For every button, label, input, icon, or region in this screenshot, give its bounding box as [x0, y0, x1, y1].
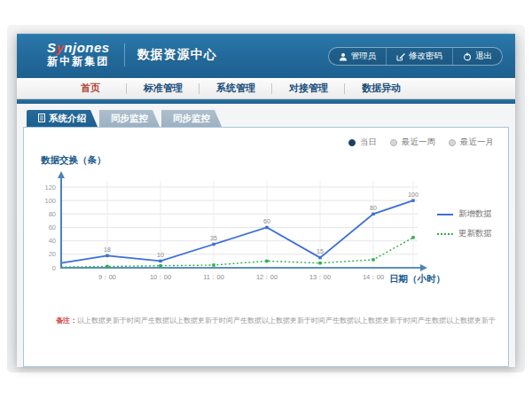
legend-line-solid-icon — [437, 214, 453, 215]
header-divider — [124, 43, 125, 66]
data-point-label: 35 — [210, 235, 217, 241]
page-title: 数据资源中心 — [137, 47, 217, 63]
logo-subtitle: 新中新集团 — [47, 55, 109, 68]
data-point-label: 15 — [317, 248, 324, 254]
data-point[interactable] — [372, 258, 374, 261]
nav-item-data-change[interactable]: 数据异动 — [345, 82, 418, 95]
legend-label: 新增数据 — [458, 208, 492, 220]
edit-icon — [396, 52, 405, 61]
tab-label: 系统介绍 — [49, 113, 86, 125]
x-tick-label: 12：00 — [256, 273, 278, 281]
data-point[interactable] — [411, 199, 414, 201]
logo-part: njones — [64, 40, 109, 55]
tab-system-intro[interactable]: 系统介绍 — [27, 110, 98, 127]
x-axis-arrow-icon — [420, 264, 427, 271]
nav-item-standard-mgmt[interactable]: 标准管理 — [127, 82, 200, 95]
footer-note-text: 以上数据更新于时间产生数据以上数据更新于时间产生数据以上数据更新于时间产生数据以… — [77, 317, 496, 325]
series-line-0 — [61, 200, 413, 263]
footer-note: 备注：以上数据更新于时间产生数据以上数据更新于时间产生数据以上数据更新于时间产生… — [56, 316, 504, 325]
data-point[interactable] — [265, 226, 268, 229]
user-actions-group: 管理员 修改密码 退出 — [328, 47, 504, 66]
logo-text: Synjones 新中新集团 — [47, 41, 110, 68]
y-tick-label: 60 — [49, 223, 56, 231]
data-point[interactable] — [411, 236, 414, 239]
admin-user-button[interactable]: 管理员 — [329, 48, 387, 65]
legend-label: 更新数据 — [458, 228, 492, 239]
app-header: Synjones 新中新集团 数据资源中心 管理员 修改密码 — [17, 34, 515, 78]
change-password-button[interactable]: 修改密码 — [386, 48, 452, 65]
nav-item-system-mgmt[interactable]: 系统管理 — [200, 82, 272, 95]
logo-part: S — [47, 40, 57, 55]
data-point[interactable] — [372, 213, 374, 215]
x-tick-label: 13：00 — [309, 273, 331, 281]
document-icon — [38, 113, 45, 124]
x-tick-label: 11：00 — [203, 273, 224, 281]
y-axis-arrow-icon — [58, 171, 65, 178]
y-tick-label: 80 — [49, 210, 56, 218]
legend-item-new-data: 新增数据 — [437, 208, 492, 220]
brand-logo: Synjones 新中新集团 数据资源中心 — [47, 41, 217, 68]
data-point[interactable] — [318, 256, 321, 259]
x-tick-label: 14：00 — [363, 273, 384, 281]
chart-panel: 当日 最近一周 最近一月 数据交换（条） 0204060801001209：00… — [23, 127, 509, 367]
data-point[interactable] — [159, 264, 161, 267]
content-area: 系统介绍 同步监控 同步监控 当日 最近一周 — [17, 104, 515, 367]
y-tick-label: 0 — [52, 264, 56, 272]
tab-sync-monitor-2[interactable]: 同步监控 — [161, 110, 222, 127]
data-point-label: 100 — [408, 192, 419, 198]
legend-item-update-data: 更新数据 — [437, 228, 492, 239]
legend-line-dotted-icon — [437, 233, 453, 235]
y-tick-label: 40 — [49, 237, 56, 245]
user-icon — [339, 52, 348, 61]
y-tick-label: 20 — [49, 250, 56, 258]
tab-label: 同步监控 — [173, 113, 210, 125]
power-icon — [463, 52, 472, 61]
tab-label: 同步监控 — [111, 113, 148, 125]
data-point-label: 18 — [104, 246, 111, 253]
series-line-1 — [61, 238, 413, 267]
data-point-label: 60 — [263, 218, 270, 224]
user-action-label: 修改密码 — [409, 51, 442, 62]
main-nav: 首页 标准管理 系统管理 对接管理 数据异动 — [17, 78, 515, 99]
logo-name: Synjones — [47, 41, 110, 55]
data-point[interactable] — [318, 262, 321, 264]
x-tick-label: 9：00 — [98, 273, 116, 281]
app-window: Synjones 新中新集团 数据资源中心 管理员 修改密码 — [17, 34, 515, 367]
logout-button[interactable]: 退出 — [452, 48, 502, 65]
data-point[interactable] — [212, 263, 215, 266]
data-point[interactable] — [212, 243, 215, 246]
data-point[interactable] — [106, 265, 108, 268]
y-tick-label: 120 — [44, 184, 56, 192]
user-action-label: 管理员 — [351, 51, 377, 62]
x-tick-label: 10：00 — [150, 273, 171, 281]
nav-item-home[interactable]: 首页 — [54, 82, 127, 95]
tab-sync-monitor-1[interactable]: 同步监控 — [99, 110, 160, 127]
nav-item-interface-mgmt[interactable]: 对接管理 — [272, 82, 345, 95]
data-point[interactable] — [106, 254, 108, 257]
tab-bar: 系统介绍 同步监控 同步监控 — [27, 110, 222, 127]
user-action-label: 退出 — [475, 51, 492, 62]
chart-legend: 新增数据 更新数据 — [437, 208, 492, 239]
x-axis-title: 日期（小时） — [389, 273, 445, 286]
footer-note-label: 备注： — [56, 317, 77, 325]
y-tick-label: 100 — [44, 197, 56, 205]
data-point[interactable] — [265, 260, 268, 262]
data-point-label: 80 — [370, 205, 377, 211]
data-point[interactable] — [159, 260, 161, 262]
data-point-label: 10 — [157, 252, 164, 258]
